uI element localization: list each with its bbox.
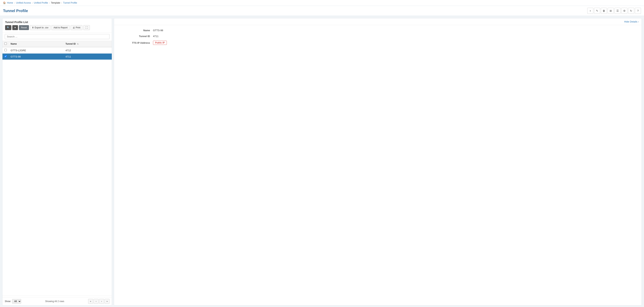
header-actions: + ✎ 🗑 ⊞ ☰ ⚙ ↻ ? — [587, 8, 641, 14]
toolbar: 🔍 ▼ Reset ⬆ Export to .csv Add to Report… — [5, 25, 90, 30]
breadcrumb-current: Tunnel Profile — [63, 2, 77, 4]
add-button[interactable]: + — [587, 8, 593, 14]
row-tunnel-id: 4711 — [64, 54, 112, 60]
detail-tts-ip-label: TTS IP Address — [120, 42, 150, 44]
list-button[interactable]: ☰ — [614, 8, 620, 14]
tunnel-profile-table: Name Tunnel ID ⇅ GTTS-L2GRE4712GTTS-9847… — [2, 41, 112, 60]
row-tunnel-id: 4712 — [64, 47, 112, 54]
breadcrumb-unified-access[interactable]: Unified Access — [16, 2, 31, 4]
breadcrumb-unified-profile[interactable]: Unified Profile — [34, 2, 48, 4]
sep3: › — [49, 2, 50, 4]
help-button[interactable]: ? — [635, 8, 641, 14]
main-content: Tunnel Profile List 🔍 ▼ Reset ⬆ Export t… — [0, 16, 644, 307]
right-panel-header: Hide Details › — [114, 18, 642, 25]
row-checkbox[interactable] — [4, 55, 7, 58]
search-input[interactable] — [5, 34, 110, 39]
show-select-container: Show: All 10 25 50 — [5, 299, 21, 304]
hide-details-link[interactable]: Hide Details › — [624, 20, 639, 23]
filter-toolbar-button[interactable]: ▼ — [12, 25, 18, 30]
export-button[interactable]: ⬆ Export to .csv — [30, 25, 50, 30]
name-column-header[interactable]: Name — [9, 41, 64, 47]
sep4: › — [61, 2, 62, 4]
breadcrumb: 🏠 Home › Unified Access › Unified Profil… — [0, 0, 644, 6]
table-header-row: Name Tunnel ID ⇅ — [2, 41, 112, 47]
add-report-button[interactable]: Add to Report — [52, 25, 70, 30]
next-page-button[interactable]: › — [99, 299, 104, 304]
tunnel-id-column-header[interactable]: Tunnel ID ⇅ — [64, 41, 112, 47]
pagination-buttons: « ‹ › » — [88, 299, 110, 304]
search-toolbar-button[interactable]: 🔍 — [5, 25, 11, 30]
first-page-button[interactable]: « — [88, 299, 93, 304]
prev-page-button[interactable]: ‹ — [94, 299, 98, 304]
edit-button[interactable]: ✎ — [594, 8, 600, 14]
table-container: Name Tunnel ID ⇅ GTTS-L2GRE4712GTTS-9847… — [2, 41, 112, 296]
print-icon: 🖨 — [73, 26, 75, 29]
sep1: › — [14, 2, 15, 4]
expand-button[interactable]: ⛶ — [84, 25, 90, 30]
select-all-header — [2, 41, 9, 47]
grid-button[interactable]: ⊞ — [608, 8, 614, 14]
breadcrumb-home[interactable]: Home — [7, 2, 13, 4]
delete-button[interactable]: 🗑 — [601, 8, 607, 14]
home-icon: 🏠 — [3, 2, 6, 4]
reset-button[interactable]: Reset — [19, 25, 29, 30]
detail-name-label: Name — [120, 29, 150, 32]
breadcrumb-template: Template — [51, 2, 60, 4]
detail-tts-ip-row: TTS IP Address Public IP — [120, 41, 636, 45]
horizontal-scrollbar[interactable] — [2, 296, 112, 297]
detail-body: Name GTTS-98 Tunnel ID 4711 TTS IP Addre… — [114, 25, 642, 305]
select-all-checkbox[interactable] — [4, 42, 7, 45]
left-panel: Tunnel Profile List 🔍 ▼ Reset ⬆ Export t… — [2, 18, 112, 306]
export-icon: ⬆ — [32, 26, 34, 29]
right-panel: Hide Details › Name GTTS-98 Tunnel ID 47… — [114, 18, 642, 306]
pagination-bar: Show: All 10 25 50 Showing All 2 rows « … — [2, 297, 112, 305]
panel-header: Tunnel Profile List 🔍 ▼ Reset ⬆ Export t… — [2, 18, 112, 32]
show-select[interactable]: All 10 25 50 — [12, 299, 21, 304]
settings-button[interactable]: ⚙ — [621, 8, 627, 14]
detail-tunnel-id-value: 4711 — [153, 35, 158, 38]
detail-tunnel-id-label: Tunnel ID — [120, 35, 150, 38]
table-row[interactable]: GTTS-984711 — [2, 54, 112, 60]
search-bar — [2, 32, 112, 41]
detail-tunnel-id-row: Tunnel ID 4711 — [120, 35, 636, 38]
table-body: GTTS-L2GRE4712GTTS-984711 — [2, 47, 112, 60]
show-label: Show: — [5, 300, 11, 303]
detail-name-row: Name GTTS-98 — [120, 29, 636, 32]
page-title: Tunnel Profile — [3, 9, 28, 13]
panel-title: Tunnel Profile List — [5, 20, 28, 24]
showing-text: Showing All 2 rows — [45, 300, 64, 303]
row-checkbox[interactable] — [4, 49, 7, 51]
row-name: GTTS-L2GRE — [9, 47, 64, 54]
page-header: Tunnel Profile + ✎ 🗑 ⊞ ☰ ⚙ ↻ ? — [0, 6, 644, 16]
last-page-button[interactable]: » — [104, 299, 110, 304]
row-name: GTTS-98 — [9, 54, 64, 60]
sep2: › — [32, 2, 33, 4]
public-ip-badge: Public IP — [153, 41, 167, 45]
print-button[interactable]: 🖨 Print — [70, 25, 82, 30]
sort-icon: ⇅ — [77, 43, 78, 45]
refresh-button[interactable]: ↻ — [628, 8, 634, 14]
chevron-right-icon: › — [638, 20, 639, 23]
detail-name-value: GTTS-98 — [153, 29, 163, 32]
table-row[interactable]: GTTS-L2GRE4712 — [2, 47, 112, 54]
